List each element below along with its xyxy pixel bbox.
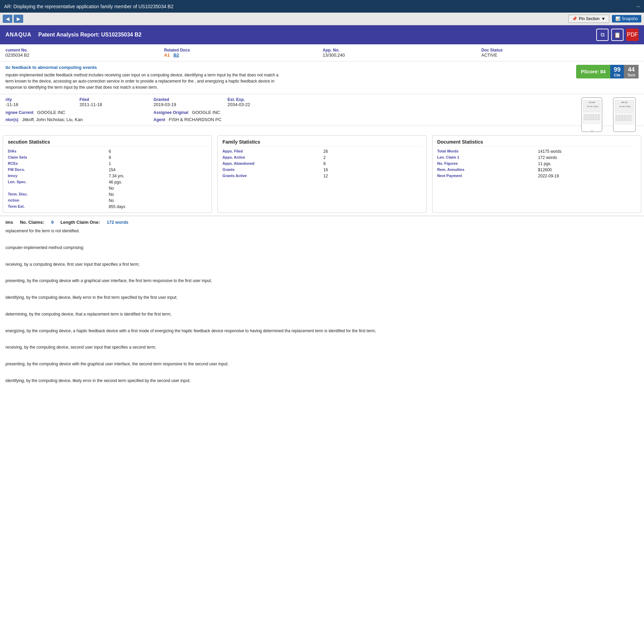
stat-fw-docs-value: 154 <box>109 167 207 172</box>
svg-rect-8 <box>592 115 594 116</box>
svg-rect-14 <box>592 117 594 118</box>
granted-value: 2019-03-19 <box>153 102 176 107</box>
stat-apps-active-value: 2 <box>323 155 422 160</box>
filed-cell: Filed 2011-11-18 <box>79 97 151 107</box>
patent-details-section: rity -11-18 Filed 2011-11-18 Granted 201… <box>0 94 644 126</box>
stat-term-disc-label: Term. Disc. <box>8 192 106 197</box>
pdf-button[interactable]: PDF <box>626 29 639 41</box>
claim-p-9: identifying, by the computing device, li… <box>5 294 639 301</box>
stat-len-spec-value: 46 pgs. <box>109 180 207 185</box>
header-icons: ⧉ 📋 PDF <box>596 29 639 41</box>
cite-label: Cite <box>614 73 620 77</box>
stat-blank-label <box>8 186 106 191</box>
stat-grants-active-value: 12 <box>323 174 422 178</box>
related-docs-b2[interactable]: B2 <box>173 53 179 58</box>
tech-number: 44 <box>628 66 635 73</box>
stat-restriction-value: No <box>109 198 207 203</box>
svg-rect-20 <box>595 119 597 120</box>
stat-len-spec-label: Len. Spec. <box>8 180 106 185</box>
stat-rces-label: RCEs <box>8 161 106 166</box>
svg-text:108: 108 <box>591 130 593 132</box>
stat-grants-active-label: Grants Active <box>222 174 321 178</box>
assignee-current-label: ngnee Current <box>5 110 33 115</box>
app-number-value: 13/300,240 <box>323 53 480 58</box>
related-docs-value: A1 B2 <box>164 53 321 58</box>
pin-section-button[interactable]: 📌 Pin Section ▼ <box>568 15 609 23</box>
priority-value: -11-18 <box>5 102 18 107</box>
snapshot-button[interactable]: 📊 Snapsho <box>612 15 641 23</box>
summary-title: tic feedback to abnormal computing event… <box>5 65 639 70</box>
stat-apps-abandoned-label: Apps. Abandoned <box>222 161 321 166</box>
claim-p-10 <box>5 303 639 309</box>
claim-p-1: replacement for the term is not identifi… <box>5 228 639 234</box>
svg-text:102   106: 102 106 <box>589 101 595 103</box>
summary-text: mputer-implemented tactile feedback meth… <box>5 72 285 90</box>
svg-rect-32 <box>627 115 629 117</box>
document-stats-grid: Total Words 14175 words Len. Claim 1 172… <box>437 149 636 178</box>
pscore-area: PScore: 84 99 Cite 44 Tech <box>576 65 639 78</box>
svg-rect-39 <box>629 117 631 119</box>
stat-rem-annuities-value: $12600 <box>538 167 636 172</box>
svg-rect-9 <box>595 115 597 116</box>
report-button[interactable]: 📋 <box>611 29 624 41</box>
header: ANAQUA Patent Analysis Report: US1023503… <box>0 25 644 44</box>
stat-d-as-value: 6 <box>109 149 207 154</box>
granted-label: Granted <box>153 97 169 102</box>
stat-apps-filed-value: 26 <box>323 149 422 154</box>
cite-number: 99 <box>614 66 620 73</box>
svg-rect-41 <box>618 119 620 121</box>
forward-button[interactable]: ▶ <box>14 15 23 23</box>
est-exp-value: 2034-03-22 <box>228 102 250 107</box>
prosecution-stats-grid: D/As 6 Claim Sets 9 RCEs 1 FW Docs. 154 … <box>8 149 207 209</box>
inventors-value: Jitkoff, John Nicholas; Liu, Kan <box>22 117 83 122</box>
svg-rect-19 <box>589 119 594 120</box>
claim-p-13: energizing, by the computing device, a h… <box>5 327 639 334</box>
header-left: ANAQUA Patent Analysis Report: US1023503… <box>5 32 142 38</box>
stat-term-ext-value: 855 days <box>109 204 207 209</box>
back-button[interactable]: ◀ <box>3 15 12 23</box>
svg-rect-29 <box>618 115 620 117</box>
svg-rect-35 <box>618 117 620 119</box>
claim-p-11: determining, by the computing device, th… <box>5 311 639 318</box>
claims-section: ims No. Claims: 9 Length Claim One: 172 … <box>0 216 644 389</box>
stat-len-claim1-label: Len. Claim 1 <box>437 155 536 160</box>
stat-grants-label: Grants <box>222 167 321 172</box>
claim-p-15: receiving, by the computing device, seco… <box>5 344 639 351</box>
svg-rect-40 <box>616 119 618 121</box>
svg-rect-34 <box>616 117 618 119</box>
stat-len-claim1-value: 172 words <box>538 155 636 160</box>
claim-p-6 <box>5 269 639 276</box>
no-claims-value: 9 <box>51 220 54 225</box>
svg-text:104   110: 104 110 <box>621 101 627 103</box>
svg-rect-13 <box>589 117 591 118</box>
chart-icon: 📊 <box>615 16 620 21</box>
svg-rect-7 <box>589 115 591 116</box>
assignee-original-value: GOOGLE INC <box>192 110 220 115</box>
pin-icon: 📌 <box>572 16 577 21</box>
stat-no-figures-value: 11 pgs. <box>538 161 636 166</box>
nav-bar: ◀ ▶ 📌 Pin Section ▼ 📊 Snapsho <box>0 13 644 25</box>
stat-pendency-label: lency <box>8 174 106 178</box>
assignee-current-cell: ngnee Current GOOGLE INC <box>5 110 151 115</box>
svg-rect-30 <box>621 115 623 117</box>
patent-details-grid: rity -11-18 Filed 2011-11-18 Granted 201… <box>5 97 299 107</box>
related-docs-cell: Related Docs A1 B2 <box>164 48 321 58</box>
title-text: AR: Displaying the representative applic… <box>4 4 174 9</box>
report-title: Patent Analysis Report: US10235034 B2 <box>38 32 142 38</box>
svg-rect-42 <box>621 119 626 121</box>
svg-rect-28 <box>616 115 618 117</box>
svg-rect-16 <box>598 117 600 118</box>
svg-rect-12 <box>587 117 589 118</box>
phone-svg-1: 102 106 The rain in Spain <box>580 97 609 133</box>
pin-section-label: Pin Section <box>579 16 600 21</box>
family-stats-grid: Apps. Filed 26 Apps. Active 2 Apps. Aban… <box>222 149 421 178</box>
related-docs-a1[interactable]: A1 <box>164 53 170 58</box>
tech-badge: 44 Tech <box>624 65 639 78</box>
copy-button[interactable]: ⧉ <box>596 29 609 41</box>
family-stats-title: Family Statistics <box>222 139 421 146</box>
svg-rect-31 <box>624 115 626 117</box>
prosecution-stats-box: secution Statistics D/As 6 Claim Sets 9 … <box>3 135 212 213</box>
claim-p-19: identifying, by the computing device, li… <box>5 377 639 384</box>
svg-text:The rain in Spain: The rain in Spain <box>587 106 599 107</box>
minimize-button[interactable]: – <box>636 3 640 10</box>
